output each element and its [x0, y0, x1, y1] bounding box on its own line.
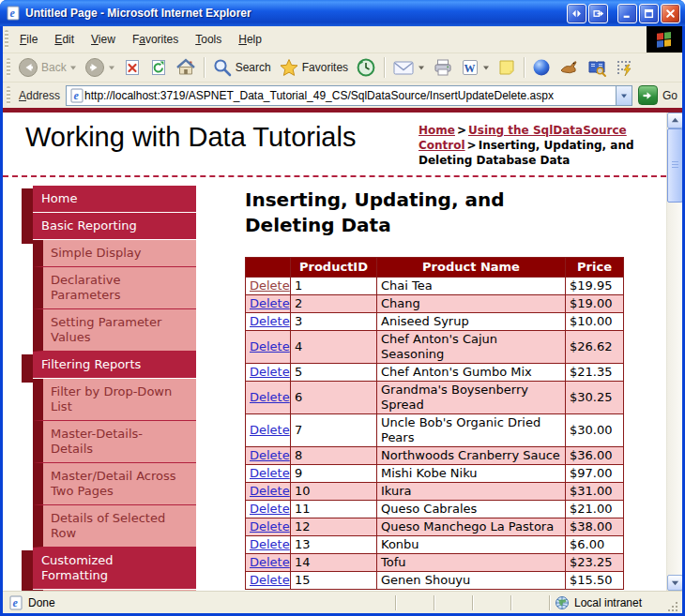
menu-tools[interactable]: Tools [187, 26, 230, 53]
price-cell: $23.25 [566, 554, 624, 572]
product-row: Delete14Tofu$23.25 [246, 554, 624, 572]
maximize-button[interactable] [639, 4, 659, 23]
dashed-divider [3, 175, 666, 177]
product-name-cell: Chef Anton's Gumbo Mix [377, 364, 566, 382]
mail-dropdown-icon[interactable] [418, 64, 425, 71]
home-button[interactable] [173, 55, 199, 80]
favorites-button[interactable]: Favorites [276, 55, 351, 80]
go-button[interactable]: Go [638, 85, 677, 105]
status-separator [510, 595, 511, 610]
sidebar-item-master-details-details[interactable]: Master-Details-Details [33, 421, 196, 463]
delete-link[interactable]: Delete [250, 484, 290, 498]
forward-button[interactable] [82, 55, 118, 80]
delete-link[interactable]: Delete [250, 555, 290, 569]
delete-link[interactable]: Delete [250, 537, 290, 551]
resize-grip[interactable] [666, 600, 679, 613]
stop-button[interactable] [120, 56, 145, 79]
addressbar-grip[interactable] [7, 86, 10, 105]
status-separator [395, 595, 396, 610]
mail-button[interactable] [389, 56, 428, 79]
sidebar-item-details-of-selected-row[interactable]: Details of Selected Row [33, 505, 196, 548]
research-button[interactable] [584, 55, 610, 80]
menu-favorites[interactable]: Favorites [124, 26, 187, 53]
product-name-cell: Grandma's Boysenberry Spread [377, 382, 566, 414]
standard-buttons-toolbar: Back [3, 53, 682, 83]
close-button[interactable] [661, 4, 680, 23]
breadcrumb-link-home[interactable]: Home [419, 124, 455, 137]
sidebar-item-filter-by-drop-down-list[interactable]: Filter by Drop-Down List [33, 379, 196, 421]
product-id-cell: 4 [291, 331, 377, 364]
minimize-button[interactable] [617, 4, 637, 23]
edit-dropdown-icon[interactable] [482, 64, 490, 71]
sidebar-item-declarative-parameters[interactable]: Declarative Parameters [33, 267, 196, 309]
vertical-scrollbar[interactable] [666, 113, 682, 591]
back-button[interactable]: Back [15, 55, 80, 80]
delete-link[interactable]: Delete [250, 365, 290, 379]
print-button[interactable] [430, 55, 456, 80]
sidebar-item-format-colors[interactable]: Format Colors [33, 590, 196, 591]
delete-link[interactable]: Delete [250, 448, 290, 462]
delete-link[interactable]: Delete [250, 423, 290, 437]
search-button[interactable]: Search [209, 55, 274, 80]
window-eject-button[interactable] [588, 4, 608, 23]
scroll-up-button[interactable] [667, 113, 682, 128]
sidebar-item-master-detail-across-two-pages[interactable]: Master/Detail Across Two Pages [33, 463, 196, 505]
delete-link[interactable]: Delete [250, 519, 290, 533]
delete-link[interactable]: Delete [250, 339, 290, 353]
product-id-cell: 9 [291, 465, 377, 483]
status-separator [549, 595, 550, 610]
msn-button[interactable] [529, 56, 554, 79]
security-zone-label: Local intranet [574, 596, 642, 609]
toolbar-grip[interactable] [7, 58, 10, 77]
delete-link[interactable]: Delete [250, 390, 290, 404]
product-name-cell: Chef Anton's Cajun Seasoning [377, 331, 566, 364]
menu-edit[interactable]: Edit [46, 26, 83, 53]
delete-link[interactable]: Delete [250, 502, 290, 516]
scroll-down-button[interactable] [667, 575, 682, 591]
delete-link[interactable]: Delete [250, 278, 290, 293]
edit-with-word-button[interactable]: W [458, 56, 493, 79]
title-bar[interactable]: Untitled Page - Microsoft Internet Explo… [0, 0, 685, 26]
sidebar-item-basic-reporting[interactable]: Basic Reporting [33, 213, 196, 239]
bird-button[interactable] [556, 55, 582, 80]
window-resize-toggle-button[interactable] [567, 4, 586, 23]
sidebar-item-customized-formatting[interactable]: Customized Formatting [33, 548, 196, 589]
scrollbar-thumb[interactable] [667, 128, 682, 203]
delete-link[interactable]: Delete [250, 466, 290, 480]
delete-link[interactable]: Delete [250, 314, 290, 328]
favorites-star-icon [279, 57, 299, 78]
toolbar-separator [204, 57, 205, 78]
breadcrumb-separator: > [457, 124, 466, 137]
product-name-cell: Chai Tea [377, 278, 566, 295]
price-cell: $36.00 [566, 447, 624, 465]
forward-dropdown-icon[interactable] [108, 64, 115, 71]
history-button[interactable] [353, 55, 379, 80]
product-id-cell: 6 [291, 382, 377, 414]
menu-view[interactable]: View [83, 26, 124, 53]
delete-link[interactable]: Delete [250, 573, 290, 587]
product-id-cell: 8 [291, 447, 377, 465]
stop-icon [123, 58, 142, 77]
printer-icon [433, 57, 453, 78]
messenger-button[interactable] [612, 56, 636, 79]
product-row: Delete12Queso Manchego La Pastora$38.00 [246, 518, 624, 536]
product-id-cell: 3 [291, 313, 377, 331]
sidebar-item-home[interactable]: Home [33, 186, 196, 212]
site-title: Working with Data Tutorials [25, 122, 419, 168]
back-dropdown-icon[interactable] [69, 64, 77, 71]
sidebar-item-simple-display[interactable]: Simple Display [33, 240, 196, 267]
home-icon [175, 57, 196, 78]
menu-help[interactable]: Help [230, 26, 270, 53]
sidebar-item-filtering-reports[interactable]: Filtering Reports [33, 352, 196, 378]
address-input[interactable] [84, 87, 616, 104]
menubar-grip[interactable] [5, 30, 8, 49]
address-label: Address [19, 89, 60, 102]
menu-file[interactable]: File [11, 26, 46, 53]
sidebar-item-setting-parameter-values[interactable]: Setting Parameter Values [33, 309, 196, 352]
refresh-button[interactable] [146, 56, 171, 79]
address-dropdown-button[interactable] [616, 86, 632, 105]
product-id-cell: 15 [291, 572, 377, 590]
delete-link[interactable]: Delete [250, 296, 290, 310]
status-separator [472, 595, 473, 610]
discuss-button[interactable] [495, 56, 519, 79]
